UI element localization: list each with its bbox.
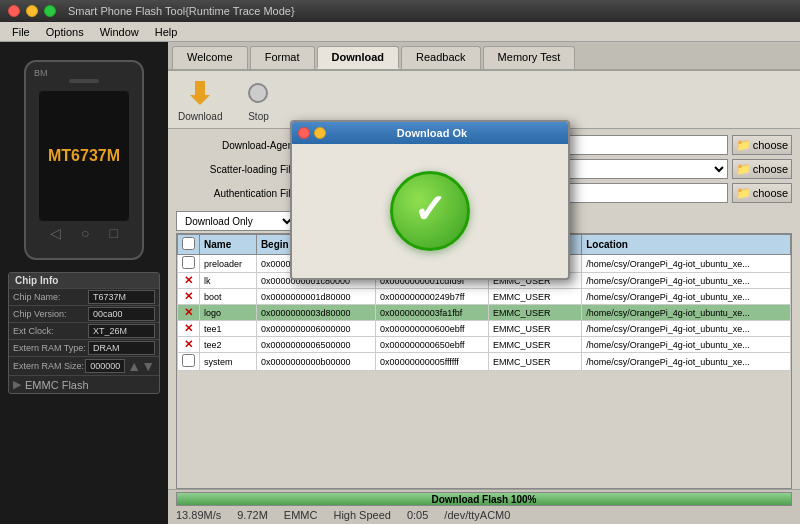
mode-select[interactable]: Download Only	[176, 211, 296, 231]
nav-arrows: ◁ ○ □	[50, 225, 118, 241]
tab-bar: Welcome Format Download Readback Memory …	[168, 42, 800, 71]
modal-title: Download Ok	[330, 127, 534, 139]
chip-name-row: Chip Name: T6737M	[9, 288, 159, 305]
phone-speaker	[69, 79, 99, 83]
emmc-flash-label: EMMC Flash	[25, 379, 89, 391]
titlebar: Smart Phone Flash Tool{Runtime Trace Mod…	[0, 0, 800, 22]
choose-scatter-button[interactable]: 📁 choose	[732, 159, 792, 179]
download-button[interactable]: Download	[178, 77, 222, 122]
status-items: 13.89M/s 9.72M EMMC High Speed 0:05 /dev…	[168, 508, 800, 524]
error-icon: ✕	[184, 338, 193, 350]
col-checkbox	[178, 235, 200, 255]
cell-name: lk	[200, 273, 257, 289]
cell-location: /home/csy/OrangePi_4g-iot_ubuntu_xe...	[582, 337, 791, 353]
phone-brand: MT6737M	[48, 146, 120, 165]
modal-min-button[interactable]	[314, 127, 326, 139]
error-icon: ✕	[184, 290, 193, 302]
row-checkbox-cell: ✕	[178, 337, 200, 353]
row-checkbox-cell	[178, 353, 200, 371]
col-name: Name	[200, 235, 257, 255]
modal-close-button[interactable]	[298, 127, 310, 139]
folder-icon: 📁	[736, 138, 751, 152]
chip-version-row: Chip Version: 00ca00	[9, 305, 159, 322]
cell-location: /home/csy/OrangePi_4g-iot_ubuntu_xe...	[582, 353, 791, 371]
cell-location: /home/csy/OrangePi_4g-iot_ubuntu_xe...	[582, 273, 791, 289]
tab-readback[interactable]: Readback	[401, 46, 481, 69]
ram-size-up-icon[interactable]: ▲	[127, 358, 141, 374]
chip-info-title: Chip Info	[9, 273, 159, 288]
svg-marker-1	[190, 95, 210, 105]
cell-name: boot	[200, 289, 257, 305]
menu-file[interactable]: File	[4, 22, 38, 41]
chip-version-value: 00ca00	[88, 307, 155, 321]
cell-end: 0x000000000650ebff	[376, 337, 489, 353]
close-button[interactable]	[8, 5, 20, 17]
cell-region: EMMC_USER	[489, 353, 582, 371]
progress-text: Download Flash 100%	[177, 493, 791, 505]
extern-ram-type-label: Extern RAM Type:	[13, 343, 88, 353]
cell-begin: 0x0000000001d80000	[256, 289, 375, 305]
download-label: Download	[178, 111, 222, 122]
table-row: system0x0000000000b000000x00000000005fff…	[178, 353, 791, 371]
cell-begin: 0x0000000003d80000	[256, 305, 375, 321]
table-row: ✕tee10x00000000060000000x000000000600ebf…	[178, 321, 791, 337]
row-checkbox-cell: ✕	[178, 321, 200, 337]
main-layout: BM MT6737M ◁ ○ □ Chip Info Chip Name: T6…	[0, 42, 800, 524]
home-icon: ○	[81, 225, 89, 241]
cell-begin: 0x0000000006000000	[256, 321, 375, 337]
cell-region: EMMC_USER	[489, 337, 582, 353]
status-mode: High Speed	[333, 509, 391, 521]
menu-window[interactable]: Window	[92, 22, 147, 41]
ext-clock-value: XT_26M	[88, 324, 155, 338]
cell-begin: 0x0000000006500000	[256, 337, 375, 353]
auth-label: Authentication File	[176, 188, 296, 199]
ext-clock-row: Ext Clock: XT_26M	[9, 322, 159, 339]
chip-name-value: T6737M	[88, 290, 155, 304]
maximize-button[interactable]	[44, 5, 56, 17]
error-icon: ✕	[184, 306, 193, 318]
extern-ram-size-label: Extern RAM Size:	[13, 361, 85, 371]
cell-region: EMMC_USER	[489, 289, 582, 305]
tab-welcome[interactable]: Welcome	[172, 46, 248, 69]
right-panel: Welcome Format Download Readback Memory …	[168, 42, 800, 524]
select-all-checkbox[interactable]	[182, 237, 195, 250]
menu-options[interactable]: Options	[38, 22, 92, 41]
table-row: ✕logo0x0000000003d800000x0000000003fa1fb…	[178, 305, 791, 321]
status-port: /dev/ttyACM0	[444, 509, 510, 521]
cell-region: EMMC_USER	[489, 305, 582, 321]
ram-size-down-icon[interactable]: ▼	[141, 358, 155, 374]
row-checkbox[interactable]	[182, 256, 195, 269]
app-title: Smart Phone Flash Tool{Runtime Trace Mod…	[68, 5, 295, 17]
modal-check-symbol: ✓	[413, 189, 447, 229]
error-icon: ✕	[184, 322, 193, 334]
menu-icon: □	[110, 225, 118, 241]
emmc-expand-icon[interactable]: ▶	[13, 378, 21, 391]
bm-badge: BM	[34, 68, 48, 78]
choose-agent-button[interactable]: 📁 choose	[732, 135, 792, 155]
cell-end: 0x00000000005ffffff	[376, 353, 489, 371]
svg-rect-0	[195, 81, 205, 95]
cell-location: /home/csy/OrangePi_4g-iot_ubuntu_xe...	[582, 321, 791, 337]
tab-format[interactable]: Format	[250, 46, 315, 69]
cell-name: tee1	[200, 321, 257, 337]
phone-image: BM MT6737M ◁ ○ □	[24, 60, 144, 260]
cell-name: system	[200, 353, 257, 371]
row-checkbox[interactable]	[182, 354, 195, 367]
status-speed: 13.89M/s	[176, 509, 221, 521]
minimize-button[interactable]	[26, 5, 38, 17]
tab-download[interactable]: Download	[317, 46, 400, 69]
ext-clock-label: Ext Clock:	[13, 326, 88, 336]
tab-memory-test[interactable]: Memory Test	[483, 46, 576, 69]
stop-button[interactable]: Stop	[242, 77, 274, 122]
status-size: 9.72M	[237, 509, 268, 521]
menu-help[interactable]: Help	[147, 22, 186, 41]
download-ok-modal: Download Ok ✓	[290, 120, 570, 280]
folder-icon-3: 📁	[736, 186, 751, 200]
cell-begin: 0x0000000000b00000	[256, 353, 375, 371]
choose-auth-button[interactable]: 📁 choose	[732, 183, 792, 203]
choose-auth-label: choose	[753, 187, 788, 199]
modal-titlebar: Download Ok	[292, 122, 568, 144]
row-checkbox-cell	[178, 255, 200, 273]
modal-check-circle: ✓	[390, 171, 470, 251]
cell-location: /home/csy/OrangePi_4g-iot_ubuntu_xe...	[582, 255, 791, 273]
